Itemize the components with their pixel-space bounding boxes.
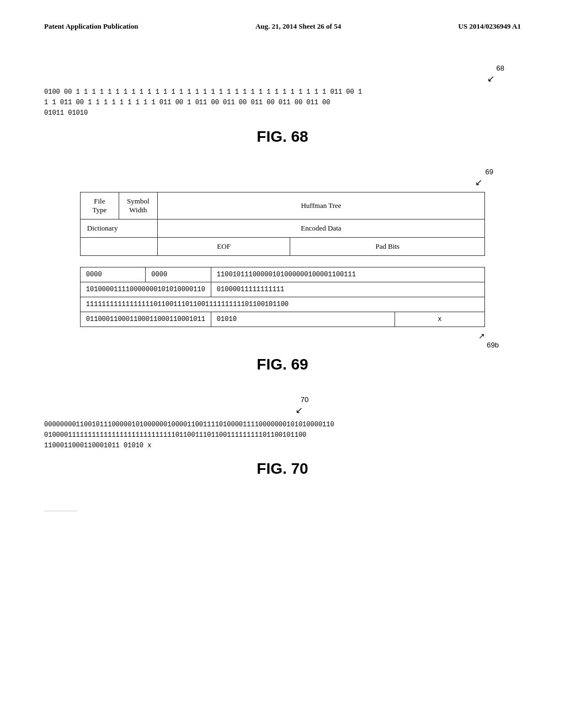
fig68-section: 68 ↙ 0100 00 1 1 1 1 1 1 1 1 1 1 1 1 1 1… xyxy=(44,64,521,146)
data-row-3: 1111111111111111101100111011001111111111… xyxy=(80,297,484,312)
data-eof-bits: 01010 xyxy=(211,312,395,326)
data-cell-r1c1: 0000 xyxy=(80,267,146,282)
diagram-eof-cell: EOF xyxy=(158,238,290,255)
fig68-arrow-icon: ↙ xyxy=(487,73,494,84)
fig69-title: FIG. 69 xyxy=(44,356,521,373)
fig69b-arrow-icon: ↗ xyxy=(478,331,485,341)
bottom-line xyxy=(44,511,77,511)
fig68-line2: 1 1 011 00 1 1 1 1 1 1 1 1 1 011 00 1 01… xyxy=(44,98,521,108)
diagram-cell-huffman-tree: Huffman Tree xyxy=(157,192,484,219)
fig68-line3: 01011 01010 xyxy=(44,108,521,119)
data-x-cell: x xyxy=(395,312,484,326)
data-cell-r2c12: 101000011110000000101010000110 xyxy=(80,282,211,297)
diagram-row-1: FileType SymbolWidth Huffman Tree xyxy=(80,192,484,219)
data-cell-r1c2: 0000 xyxy=(146,267,211,282)
fig69-section: 69 ↙ FileType SymbolWidth Huffman Tree D… xyxy=(44,168,521,373)
diagram-cell-empty xyxy=(80,237,157,255)
data-row-4: 011000110001100011000110001011 01010 x xyxy=(80,312,484,326)
header-left: Patent Application Publication xyxy=(44,22,138,31)
fig68-line1: 0100 00 1 1 1 1 1 1 1 1 1 1 1 1 1 1 1 1 … xyxy=(44,87,521,98)
diagram-row-2: Dictionary Encoded Data xyxy=(80,219,484,237)
data-cell-r4c3: 01010 x xyxy=(211,312,484,326)
header-center: Aug. 21, 2014 Sheet 26 of 54 xyxy=(255,22,341,31)
header-right: US 2014/0236949 A1 xyxy=(459,22,521,31)
fig68-title: FIG. 68 xyxy=(44,128,521,146)
fig70-bitstream: 0000000011001011100000101000000100001100… xyxy=(44,420,521,452)
data-cell-r4c12: 011000110001100011000110001011 xyxy=(80,312,211,326)
fig70-line2: 0100001111111111111111111111111110110011… xyxy=(44,430,521,441)
fig70-title: FIG. 70 xyxy=(44,460,521,478)
fig68-bitstream: 0100 00 1 1 1 1 1 1 1 1 1 1 1 1 1 1 1 1 … xyxy=(44,87,521,119)
diagram-cell-encoded-data: Encoded Data xyxy=(157,219,484,237)
fig70-line1: 0000000011001011100000101000000100001100… xyxy=(44,420,521,430)
fig69-arrow-icon: ↙ xyxy=(475,177,482,188)
data-row-1: 0000 0000 110010111000001010000001000011… xyxy=(80,267,484,282)
diagram-padbits-cell: Pad Bits xyxy=(290,238,484,255)
diagram-cell-dictionary: Dictionary xyxy=(80,219,157,237)
fig68-ref-number: 68 xyxy=(497,64,504,72)
diagram-row-3: EOF Pad Bits xyxy=(80,237,484,255)
page: Patent Application Publication Aug. 21, … xyxy=(0,0,565,728)
diagram-cell-file-type: FileType xyxy=(80,192,119,219)
diagram-cell-symbol-width: SymbolWidth xyxy=(119,192,157,219)
fig70-line3: 1100011000110001011 01010 x xyxy=(44,441,521,451)
fig70-arrow-icon: ↘ xyxy=(296,405,303,415)
fig69-diagram-table: FileType SymbolWidth Huffman Tree Dictio… xyxy=(80,192,485,256)
data-cell-r2c3: 01000011111111111 xyxy=(211,282,484,297)
data-cell-r3: 1111111111111111101100111011001111111111… xyxy=(80,297,484,312)
fig70-section: 70 ↘ 00000000110010111000001010000001000… xyxy=(44,395,521,478)
fig70-ref-number: 70 xyxy=(301,395,308,404)
fig69b-ref-number: 69b xyxy=(487,341,499,349)
diagram-cell-eof-padbits: EOF Pad Bits xyxy=(157,237,484,255)
data-row-2: 101000011110000000101010000110 010000111… xyxy=(80,282,484,297)
page-header: Patent Application Publication Aug. 21, … xyxy=(44,22,521,31)
data-cell-r1c3: 11001011100000101000000100001100111 xyxy=(211,267,484,282)
fig69-data-table: 0000 0000 110010111000001010000001000011… xyxy=(80,267,485,327)
fig69-ref-number: 69 xyxy=(486,168,493,176)
